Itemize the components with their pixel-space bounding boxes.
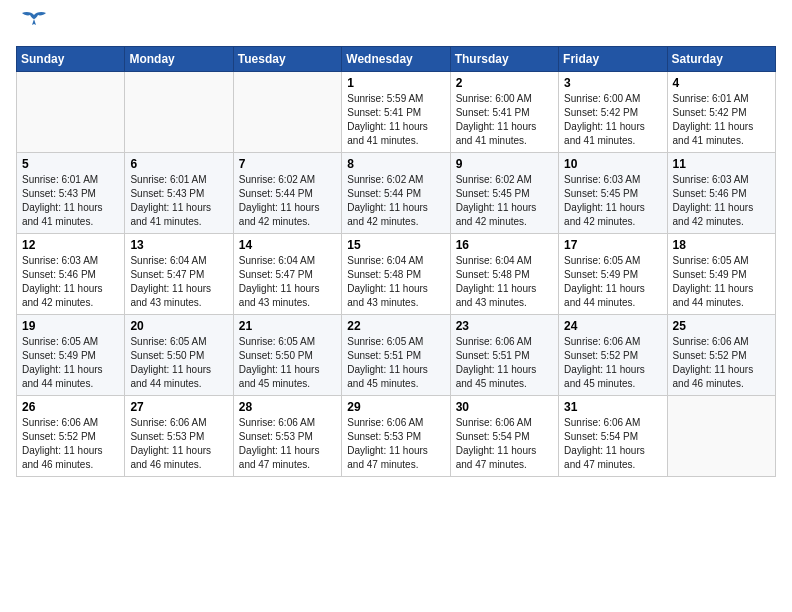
day-number: 2 [456, 76, 553, 90]
day-number: 11 [673, 157, 770, 171]
calendar-cell: 28Sunrise: 6:06 AMSunset: 5:53 PMDayligh… [233, 396, 341, 477]
calendar-cell: 21Sunrise: 6:05 AMSunset: 5:50 PMDayligh… [233, 315, 341, 396]
calendar-cell: 16Sunrise: 6:04 AMSunset: 5:48 PMDayligh… [450, 234, 558, 315]
day-info: Sunrise: 6:01 AMSunset: 5:43 PMDaylight:… [130, 173, 227, 229]
day-info: Sunrise: 6:02 AMSunset: 5:44 PMDaylight:… [239, 173, 336, 229]
calendar-cell: 1Sunrise: 5:59 AMSunset: 5:41 PMDaylight… [342, 72, 450, 153]
day-info: Sunrise: 6:06 AMSunset: 5:52 PMDaylight:… [22, 416, 119, 472]
calendar-cell [125, 72, 233, 153]
calendar-header: SundayMondayTuesdayWednesdayThursdayFrid… [17, 47, 776, 72]
day-number: 16 [456, 238, 553, 252]
day-info: Sunrise: 6:04 AMSunset: 5:47 PMDaylight:… [130, 254, 227, 310]
day-number: 3 [564, 76, 661, 90]
calendar-cell: 8Sunrise: 6:02 AMSunset: 5:44 PMDaylight… [342, 153, 450, 234]
day-info: Sunrise: 6:05 AMSunset: 5:49 PMDaylight:… [22, 335, 119, 391]
day-number: 26 [22, 400, 119, 414]
calendar-week-5: 26Sunrise: 6:06 AMSunset: 5:52 PMDayligh… [17, 396, 776, 477]
calendar-cell [233, 72, 341, 153]
calendar-cell: 31Sunrise: 6:06 AMSunset: 5:54 PMDayligh… [559, 396, 667, 477]
day-info: Sunrise: 6:02 AMSunset: 5:45 PMDaylight:… [456, 173, 553, 229]
day-info: Sunrise: 6:03 AMSunset: 5:45 PMDaylight:… [564, 173, 661, 229]
day-number: 24 [564, 319, 661, 333]
day-info: Sunrise: 6:06 AMSunset: 5:52 PMDaylight:… [564, 335, 661, 391]
calendar-cell [667, 396, 775, 477]
day-info: Sunrise: 6:05 AMSunset: 5:49 PMDaylight:… [673, 254, 770, 310]
day-number: 23 [456, 319, 553, 333]
day-info: Sunrise: 6:05 AMSunset: 5:51 PMDaylight:… [347, 335, 444, 391]
day-number: 1 [347, 76, 444, 90]
day-number: 28 [239, 400, 336, 414]
day-info: Sunrise: 6:04 AMSunset: 5:48 PMDaylight:… [347, 254, 444, 310]
day-number: 9 [456, 157, 553, 171]
calendar-cell: 14Sunrise: 6:04 AMSunset: 5:47 PMDayligh… [233, 234, 341, 315]
weekday-header-row: SundayMondayTuesdayWednesdayThursdayFrid… [17, 47, 776, 72]
calendar-body: 1Sunrise: 5:59 AMSunset: 5:41 PMDaylight… [17, 72, 776, 477]
day-number: 17 [564, 238, 661, 252]
calendar-cell: 15Sunrise: 6:04 AMSunset: 5:48 PMDayligh… [342, 234, 450, 315]
weekday-header-tuesday: Tuesday [233, 47, 341, 72]
calendar-cell: 23Sunrise: 6:06 AMSunset: 5:51 PMDayligh… [450, 315, 558, 396]
calendar-cell: 10Sunrise: 6:03 AMSunset: 5:45 PMDayligh… [559, 153, 667, 234]
page-header [16, 16, 776, 38]
day-number: 18 [673, 238, 770, 252]
day-number: 25 [673, 319, 770, 333]
calendar-week-4: 19Sunrise: 6:05 AMSunset: 5:49 PMDayligh… [17, 315, 776, 396]
weekday-header-wednesday: Wednesday [342, 47, 450, 72]
day-info: Sunrise: 6:00 AMSunset: 5:41 PMDaylight:… [456, 92, 553, 148]
day-info: Sunrise: 6:06 AMSunset: 5:52 PMDaylight:… [673, 335, 770, 391]
calendar-cell: 22Sunrise: 6:05 AMSunset: 5:51 PMDayligh… [342, 315, 450, 396]
day-info: Sunrise: 6:03 AMSunset: 5:46 PMDaylight:… [673, 173, 770, 229]
calendar-cell: 18Sunrise: 6:05 AMSunset: 5:49 PMDayligh… [667, 234, 775, 315]
day-number: 21 [239, 319, 336, 333]
day-info: Sunrise: 6:05 AMSunset: 5:50 PMDaylight:… [239, 335, 336, 391]
day-number: 4 [673, 76, 770, 90]
day-number: 6 [130, 157, 227, 171]
calendar-week-2: 5Sunrise: 6:01 AMSunset: 5:43 PMDaylight… [17, 153, 776, 234]
logo [16, 16, 48, 38]
calendar-cell: 26Sunrise: 6:06 AMSunset: 5:52 PMDayligh… [17, 396, 125, 477]
day-number: 12 [22, 238, 119, 252]
logo-bird-icon [20, 11, 48, 33]
calendar-cell: 19Sunrise: 6:05 AMSunset: 5:49 PMDayligh… [17, 315, 125, 396]
weekday-header-thursday: Thursday [450, 47, 558, 72]
calendar-cell: 11Sunrise: 6:03 AMSunset: 5:46 PMDayligh… [667, 153, 775, 234]
day-number: 14 [239, 238, 336, 252]
weekday-header-friday: Friday [559, 47, 667, 72]
day-info: Sunrise: 6:01 AMSunset: 5:43 PMDaylight:… [22, 173, 119, 229]
day-info: Sunrise: 6:06 AMSunset: 5:53 PMDaylight:… [347, 416, 444, 472]
calendar-cell: 24Sunrise: 6:06 AMSunset: 5:52 PMDayligh… [559, 315, 667, 396]
weekday-header-sunday: Sunday [17, 47, 125, 72]
day-info: Sunrise: 6:03 AMSunset: 5:46 PMDaylight:… [22, 254, 119, 310]
calendar-cell: 3Sunrise: 6:00 AMSunset: 5:42 PMDaylight… [559, 72, 667, 153]
day-info: Sunrise: 6:06 AMSunset: 5:54 PMDaylight:… [564, 416, 661, 472]
day-number: 31 [564, 400, 661, 414]
day-info: Sunrise: 6:06 AMSunset: 5:53 PMDaylight:… [130, 416, 227, 472]
calendar-cell: 6Sunrise: 6:01 AMSunset: 5:43 PMDaylight… [125, 153, 233, 234]
day-number: 20 [130, 319, 227, 333]
day-info: Sunrise: 6:06 AMSunset: 5:53 PMDaylight:… [239, 416, 336, 472]
weekday-header-monday: Monday [125, 47, 233, 72]
calendar-cell: 13Sunrise: 6:04 AMSunset: 5:47 PMDayligh… [125, 234, 233, 315]
calendar-week-3: 12Sunrise: 6:03 AMSunset: 5:46 PMDayligh… [17, 234, 776, 315]
weekday-header-saturday: Saturday [667, 47, 775, 72]
calendar-cell: 30Sunrise: 6:06 AMSunset: 5:54 PMDayligh… [450, 396, 558, 477]
calendar-cell: 27Sunrise: 6:06 AMSunset: 5:53 PMDayligh… [125, 396, 233, 477]
day-number: 19 [22, 319, 119, 333]
day-info: Sunrise: 6:04 AMSunset: 5:48 PMDaylight:… [456, 254, 553, 310]
day-number: 5 [22, 157, 119, 171]
day-info: Sunrise: 6:06 AMSunset: 5:51 PMDaylight:… [456, 335, 553, 391]
calendar-cell: 9Sunrise: 6:02 AMSunset: 5:45 PMDaylight… [450, 153, 558, 234]
calendar-table: SundayMondayTuesdayWednesdayThursdayFrid… [16, 46, 776, 477]
day-number: 10 [564, 157, 661, 171]
day-info: Sunrise: 6:04 AMSunset: 5:47 PMDaylight:… [239, 254, 336, 310]
calendar-cell [17, 72, 125, 153]
calendar-cell: 4Sunrise: 6:01 AMSunset: 5:42 PMDaylight… [667, 72, 775, 153]
calendar-cell: 29Sunrise: 6:06 AMSunset: 5:53 PMDayligh… [342, 396, 450, 477]
calendar-cell: 17Sunrise: 6:05 AMSunset: 5:49 PMDayligh… [559, 234, 667, 315]
day-info: Sunrise: 5:59 AMSunset: 5:41 PMDaylight:… [347, 92, 444, 148]
day-info: Sunrise: 6:05 AMSunset: 5:50 PMDaylight:… [130, 335, 227, 391]
day-number: 30 [456, 400, 553, 414]
calendar-cell: 20Sunrise: 6:05 AMSunset: 5:50 PMDayligh… [125, 315, 233, 396]
calendar-cell: 7Sunrise: 6:02 AMSunset: 5:44 PMDaylight… [233, 153, 341, 234]
day-number: 13 [130, 238, 227, 252]
